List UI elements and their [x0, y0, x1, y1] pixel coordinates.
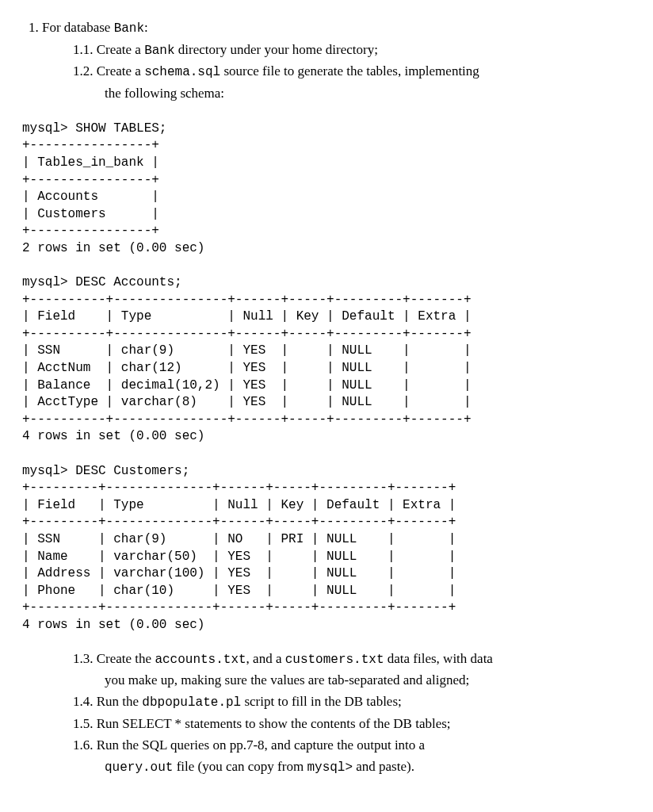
list-item-1-5: 1.5. Run SELECT * statements to show the… — [73, 715, 631, 733]
list-item-1-6: 1.6. Run the SQL queries on pp.7-8, and … — [73, 737, 631, 755]
text: Create a — [97, 42, 144, 57]
code: Bank — [144, 44, 174, 58]
text: Run SELECT * statements to show the cont… — [97, 716, 451, 731]
code: query.out — [105, 760, 173, 775]
text: file (you can copy from — [177, 759, 307, 774]
code: mysql> — [307, 760, 353, 775]
text: data files, with data — [384, 651, 493, 666]
text: Create the — [97, 651, 155, 666]
item-number: 1.4. — [73, 694, 94, 709]
item-number: 1.1. — [73, 42, 94, 57]
text: directory under your home directory; — [175, 42, 378, 57]
code: Bank — [114, 21, 144, 36]
text: you make up, making sure the values are … — [105, 672, 469, 688]
text: : — [144, 20, 148, 35]
item-number: 1.6. — [73, 737, 94, 753]
list-item-1: 1. For database Bank: — [29, 19, 631, 38]
text: Run the SQL queries on pp.7-8, and captu… — [97, 737, 425, 753]
text: script to fill in the DB tables; — [241, 694, 402, 709]
text: , and a — [246, 651, 285, 666]
list-item-1-6-cont: query.out file (you can copy from mysql>… — [105, 758, 631, 777]
item-number: 1.5. — [73, 716, 94, 731]
text: source file to generate the tables, impl… — [220, 63, 479, 79]
list-item-1-3: 1.3. Create the accounts.txt, and a cust… — [73, 650, 631, 669]
text: the following schema: — [105, 86, 224, 101]
text: Run the — [97, 694, 143, 709]
sql-output: mysql> SHOW TABLES; +----------------+ |… — [22, 121, 631, 634]
code: accounts.txt — [155, 653, 246, 667]
text: Create a — [97, 63, 144, 79]
code: dbpopulate.pl — [142, 695, 241, 710]
item-number: 1. — [29, 20, 39, 35]
code: customers.txt — [285, 653, 384, 667]
list-item-1-3-cont: you make up, making sure the values are … — [105, 672, 631, 690]
text: For database — [42, 20, 114, 35]
list-item-1-2-cont: the following schema: — [105, 85, 631, 103]
list-item-1-4: 1.4. Run the dbpopulate.pl script to fil… — [73, 693, 631, 712]
item-number: 1.2. — [73, 63, 94, 79]
list-item-1-1: 1.1. Create a Bank directory under your … — [73, 41, 631, 60]
list-item-1-2: 1.2. Create a schema.sql source file to … — [73, 63, 631, 82]
code: schema.sql — [144, 65, 220, 79]
text: and paste). — [353, 759, 414, 774]
item-number: 1.3. — [73, 651, 94, 666]
